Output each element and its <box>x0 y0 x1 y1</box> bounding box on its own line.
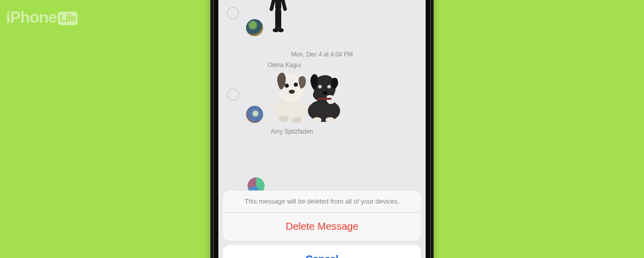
svg-point-12 <box>279 116 289 122</box>
svg-rect-18 <box>317 98 332 100</box>
svg-point-10 <box>294 83 298 87</box>
watermark-text: iPhone <box>6 8 57 27</box>
svg-point-17 <box>323 91 328 95</box>
watermark-box: Life <box>58 12 78 25</box>
svg-rect-3 <box>281 0 287 11</box>
message-row <box>218 0 426 38</box>
svg-point-15 <box>318 85 322 89</box>
silhouette-icon <box>267 0 290 33</box>
publisher-watermark: iPhone Life <box>6 8 77 27</box>
select-circle[interactable] <box>227 7 239 19</box>
svg-point-14 <box>308 100 340 122</box>
phone-frame: Mon, Dec 4 at 4:04 PM Olena Kagui <box>211 0 433 258</box>
select-circle[interactable] <box>227 89 239 101</box>
avatar <box>246 106 263 123</box>
svg-point-13 <box>292 117 302 123</box>
sticker-two-dogs[interactable] <box>266 69 346 123</box>
svg-rect-1 <box>275 0 281 10</box>
avatar <box>246 19 263 36</box>
sticker-person-silhouette[interactable] <box>267 0 290 33</box>
timestamp-label: Mon, Dec 4 at 4:04 PM <box>218 51 426 58</box>
svg-point-19 <box>312 117 321 123</box>
sender-label: Amy Spitzfaden <box>271 128 313 135</box>
dogs-icon <box>266 69 346 123</box>
message-row <box>218 67 426 127</box>
action-sheet-message: This message will be deleted from all of… <box>223 190 421 213</box>
phone-screen: Mon, Dec 4 at 4:04 PM Olena Kagui <box>218 0 426 258</box>
svg-rect-4 <box>275 9 278 29</box>
svg-point-11 <box>289 90 295 94</box>
svg-rect-5 <box>278 9 281 29</box>
svg-point-7 <box>278 28 284 32</box>
action-sheet: This message will be deleted from all of… <box>223 190 421 241</box>
svg-rect-2 <box>269 0 276 12</box>
svg-point-20 <box>326 117 335 123</box>
svg-point-16 <box>328 85 331 89</box>
svg-point-9 <box>285 84 289 88</box>
delete-message-button[interactable]: Delete Message <box>223 213 421 241</box>
cancel-button[interactable]: Cancel <box>223 245 421 258</box>
